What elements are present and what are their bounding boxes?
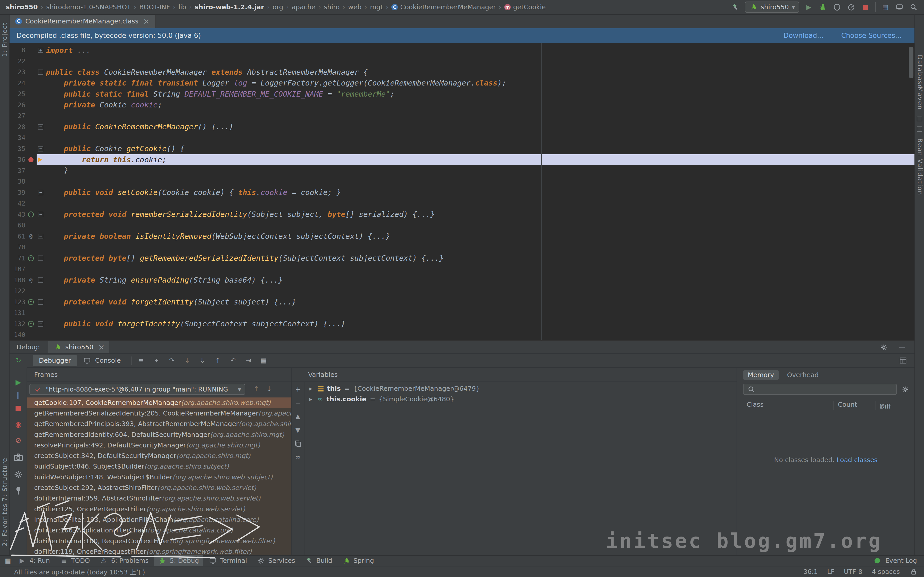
breadcrumb-item[interactable]: BOOT-INF (139, 3, 170, 11)
column-class[interactable]: Class (746, 401, 764, 408)
fold-icon[interactable]: + (37, 48, 45, 53)
fold-icon[interactable]: − (37, 146, 45, 152)
close-icon[interactable]: × (98, 343, 105, 351)
evaluate-watch-button[interactable]: ∞ (293, 453, 302, 461)
frame-row[interactable]: createSubject:292, AbstractShiroFilter (… (27, 482, 291, 493)
close-icon[interactable]: × (143, 17, 150, 26)
scrollbar-thumb[interactable] (909, 47, 913, 78)
tool-window-switcher-icon[interactable]: ▦ (3, 556, 12, 565)
line-number[interactable]: 140 (10, 331, 26, 338)
pin-tab-button[interactable] (14, 485, 23, 495)
fold-icon[interactable]: − (37, 256, 45, 261)
frame-row[interactable]: doFilter:166, ApplicationFilterChain (or… (27, 525, 291, 535)
tab-memory[interactable]: Memory (743, 370, 779, 380)
memory-settings-icon[interactable] (901, 385, 910, 394)
breadcrumb-item[interactable]: shirodemo-1.0-SNAPSHOT (46, 3, 131, 11)
debugger-settings-button[interactable] (14, 470, 23, 479)
line-number[interactable]: 36 (10, 156, 26, 163)
line-number[interactable]: 8 (10, 47, 26, 54)
code-editor[interactable]: 8+import ...2223−public class CookieReme… (10, 43, 915, 340)
line-number[interactable]: 122 (10, 287, 26, 295)
line-number[interactable]: 22 (10, 58, 26, 65)
breadcrumb-item[interactable]: shiro550 (6, 3, 38, 11)
breadcrumb-item[interactable]: mgetCookie (504, 3, 546, 11)
line-number[interactable]: 28 (10, 123, 26, 131)
sidebar-item-structure[interactable]: 7: Structure (1, 458, 8, 501)
terminal-monitor-icon[interactable] (895, 3, 904, 11)
toolwindow-button-run[interactable]: ▶4: Run (14, 555, 54, 566)
expand-chevron-icon[interactable]: ▸ (309, 396, 314, 402)
line-number[interactable]: 26 (10, 101, 26, 109)
restore-layout-icon[interactable] (899, 356, 908, 365)
fold-icon[interactable]: − (37, 234, 45, 239)
mute-breakpoints-button[interactable]: ⊘ (14, 435, 23, 445)
variable-row[interactable]: ▸∞this.cookie={SimpleCookie@6480} (304, 394, 737, 405)
line-number[interactable]: 38 (10, 178, 26, 185)
next-frame-icon[interactable]: ↓ (267, 385, 272, 393)
drop-frame-icon[interactable]: ↶ (229, 356, 237, 365)
toolwindow-button-build[interactable]: Build (300, 555, 336, 566)
frame-row[interactable]: doFilterInternal:359, AbstractShiroFilte… (27, 493, 291, 504)
previous-frame-icon[interactable]: ↑ (254, 385, 259, 393)
toolwindow-button-spring[interactable]: Spring (338, 555, 378, 566)
line-number[interactable]: 123 (10, 298, 26, 306)
run-button[interactable]: ▶ (804, 3, 813, 11)
line-number[interactable]: 27 (10, 112, 26, 119)
frame-row[interactable]: getCookie:107, CookieRememberMeManager (… (27, 398, 291, 408)
run-config-select[interactable]: shiro550 ▾ (745, 2, 799, 13)
evaluate-expression-icon[interactable]: ▦ (259, 356, 268, 365)
override-method-icon[interactable]: ↑ (28, 211, 34, 218)
frame-row[interactable]: doFilterInternal:100, RequestContextFilt… (27, 535, 291, 546)
tab-debugger[interactable]: Debugger (33, 355, 77, 366)
step-out-icon[interactable]: ↑ (213, 356, 222, 365)
load-classes-link[interactable]: Load classes (837, 456, 877, 464)
choose-sources-link[interactable]: Choose Sources... (841, 32, 901, 39)
tab-console[interactable]: Console (77, 355, 127, 366)
tool-strip-icon[interactable] (917, 126, 922, 132)
thread-dump-button[interactable] (14, 453, 23, 462)
line-number[interactable]: 71 (10, 255, 26, 262)
breadcrumb-item[interactable]: web (348, 3, 362, 11)
fold-icon[interactable]: − (37, 299, 45, 305)
line-number[interactable]: 107 (10, 265, 26, 273)
breadcrumb-item[interactable]: lib (178, 3, 186, 11)
line-number[interactable]: 43 (10, 211, 26, 218)
minimize-icon[interactable]: — (897, 343, 906, 351)
override-method-icon[interactable]: ↑ (28, 299, 34, 305)
line-number[interactable]: 24 (10, 79, 26, 87)
tool-strip-icon[interactable] (917, 116, 922, 121)
remove-watch-button[interactable]: − (293, 398, 302, 407)
file-encoding[interactable]: UTF-8 (844, 568, 863, 575)
breadcrumb-item[interactable]: CCookieRememberMeManager (391, 3, 496, 11)
move-watch-down-button[interactable]: ▼ (293, 425, 302, 434)
expand-chevron-icon[interactable]: ▸ (309, 385, 314, 392)
line-number[interactable]: 108 (10, 276, 26, 284)
view-breakpoints-button[interactable]: ◉ (14, 420, 23, 429)
event-log-button[interactable]: Event Log (873, 556, 921, 565)
memory-search-input[interactable] (743, 384, 897, 395)
fold-icon[interactable]: − (37, 190, 45, 195)
frame-row[interactable]: resolvePrincipals:492, DefaultSecurityMa… (27, 440, 291, 451)
layout-settings-icon[interactable]: ≡ (137, 356, 145, 365)
toolwindow-button-problems[interactable]: ⚠6: Problems (95, 555, 153, 566)
coverage-button[interactable] (833, 3, 842, 11)
editor-tab[interactable]: C CookieRememberMeManager.class × (10, 15, 156, 28)
sidebar-item-database[interactable]: Database (916, 55, 924, 89)
fold-icon[interactable]: − (37, 277, 45, 283)
fold-icon[interactable]: − (37, 69, 45, 75)
line-number[interactable]: 131 (10, 309, 26, 317)
stop-button[interactable]: ■ (861, 3, 870, 11)
toolwindow-button-debug[interactable]: 5: Debug (154, 555, 203, 566)
frame-row[interactable]: createSubject:342, DefaultSecurityManage… (27, 451, 291, 461)
line-number[interactable]: 34 (10, 134, 26, 142)
sidebar-item-bean-validation[interactable]: Bean Validation (916, 138, 924, 195)
build-hammer-icon[interactable] (731, 3, 740, 11)
frame-row[interactable]: getRememberedPrincipals:393, AbstractRem… (27, 419, 291, 429)
step-over-icon[interactable]: ↷ (167, 356, 176, 365)
layout-grid-icon[interactable]: ▦ (881, 3, 890, 11)
line-number[interactable]: 42 (10, 200, 26, 207)
breadcrumb-item[interactable]: shiro-web-1.2.4.jar (195, 3, 264, 11)
fold-icon[interactable]: − (37, 124, 45, 130)
line-separator[interactable]: LF (827, 568, 835, 575)
line-number[interactable]: 25 (10, 90, 26, 98)
